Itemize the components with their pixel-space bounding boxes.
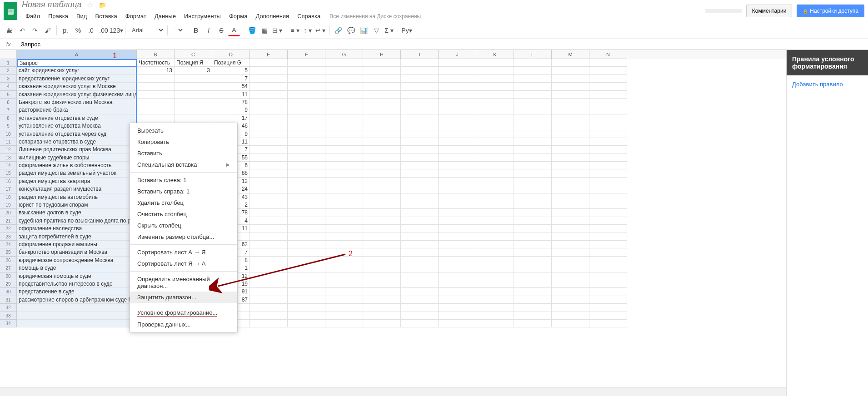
cell[interactable]: 3	[175, 67, 212, 74]
share-button[interactable]: Настройки доступа	[797, 5, 864, 17]
cell[interactable]	[552, 217, 589, 225]
cell[interactable]	[363, 178, 401, 185]
cell[interactable]	[250, 304, 288, 312]
col-header-f[interactable]: F	[288, 50, 325, 59]
cell[interactable]	[288, 146, 325, 153]
cell[interactable]	[552, 296, 589, 304]
cell[interactable]	[514, 75, 552, 83]
cell[interactable]: Лишение родительских прав Москва	[17, 146, 137, 153]
cell[interactable]	[401, 130, 439, 138]
cell[interactable]: судебная практика по взысканию долга по …	[17, 217, 137, 225]
cell[interactable]	[514, 233, 552, 241]
cell[interactable]	[325, 288, 363, 296]
cell[interactable]	[250, 193, 288, 201]
cell[interactable]	[589, 248, 627, 256]
cell[interactable]	[514, 169, 552, 177]
cell[interactable]	[250, 146, 288, 153]
cell[interactable]	[514, 178, 552, 185]
cell[interactable]: рассмотрение споров в арбитражном суде М…	[17, 296, 137, 304]
cell[interactable]	[401, 217, 439, 225]
cell[interactable]	[401, 185, 439, 193]
cell[interactable]	[250, 185, 288, 193]
cell[interactable]	[514, 193, 552, 201]
filter-icon[interactable]: ▽	[370, 25, 382, 36]
select-all-corner[interactable]	[0, 50, 17, 59]
row-header[interactable]: 4	[0, 83, 17, 90]
cell[interactable]	[363, 209, 401, 217]
cell[interactable]	[514, 185, 552, 193]
functions-icon[interactable]: Σ ▾	[383, 25, 395, 36]
cell[interactable]	[288, 154, 325, 162]
cell[interactable]	[250, 83, 288, 90]
cell[interactable]	[325, 146, 363, 153]
row-header[interactable]: 18	[0, 193, 17, 201]
cell[interactable]	[589, 146, 627, 153]
cell[interactable]	[552, 178, 589, 185]
align-h-icon[interactable]: ≡ ▾	[289, 25, 301, 36]
cell[interactable]	[137, 114, 175, 122]
cell[interactable]	[17, 320, 137, 327]
borders-icon[interactable]: ▦	[259, 25, 270, 36]
cell[interactable]	[288, 169, 325, 177]
ctx-insert-right[interactable]: Вставить справа: 1	[130, 186, 237, 197]
cell[interactable]	[439, 83, 476, 90]
cell[interactable]	[552, 248, 589, 256]
fill-color-icon[interactable]: 🪣	[246, 25, 258, 36]
cell[interactable]: сайт юридических услуг	[17, 67, 137, 74]
cell[interactable]	[552, 225, 589, 233]
cell[interactable]	[589, 99, 627, 106]
cell[interactable]	[514, 59, 552, 67]
cell[interactable]	[439, 114, 476, 122]
row-header[interactable]: 17	[0, 185, 17, 193]
cell[interactable]	[137, 75, 175, 83]
cell[interactable]	[552, 288, 589, 296]
cell[interactable]	[401, 106, 439, 114]
cell[interactable]	[476, 162, 514, 169]
italic-icon[interactable]: I	[203, 25, 215, 36]
cell[interactable]	[325, 67, 363, 74]
cell[interactable]	[363, 91, 401, 99]
cell[interactable]	[325, 178, 363, 185]
cell[interactable]	[288, 304, 325, 312]
row-header[interactable]: 22	[0, 225, 17, 233]
cell[interactable]	[589, 154, 627, 162]
undo-icon[interactable]: ↶	[16, 25, 28, 36]
cell[interactable]	[325, 257, 363, 264]
cell[interactable]	[325, 248, 363, 256]
menu-tools[interactable]: Инструменты	[180, 11, 224, 21]
col-header-c[interactable]: C	[175, 50, 212, 59]
cell[interactable]	[439, 146, 476, 153]
cell[interactable]	[552, 257, 589, 264]
cell[interactable]	[325, 201, 363, 209]
currency-format[interactable]: р.	[60, 25, 71, 36]
row-header[interactable]: 27	[0, 264, 17, 272]
cell[interactable]	[325, 99, 363, 106]
strikethrough-icon[interactable]: S	[215, 25, 227, 36]
row-header[interactable]: 9	[0, 122, 17, 130]
cell[interactable]	[552, 201, 589, 209]
cell[interactable]	[325, 162, 363, 169]
cell[interactable]	[439, 209, 476, 217]
cell[interactable]	[288, 83, 325, 90]
row-header[interactable]: 1	[0, 59, 17, 67]
cell[interactable]: установление отцовства через суд	[17, 130, 137, 138]
col-header-m[interactable]: M	[552, 50, 589, 59]
add-rule-link[interactable]: Добавить правило	[787, 75, 868, 93]
cell[interactable]	[363, 217, 401, 225]
cell[interactable]	[250, 241, 288, 248]
row-header[interactable]: 15	[0, 169, 17, 177]
formula-input[interactable]	[17, 39, 868, 50]
sheet-tabs[interactable]	[0, 387, 786, 396]
cell[interactable]	[439, 99, 476, 106]
row-header[interactable]: 26	[0, 257, 17, 264]
cell[interactable]	[589, 217, 627, 225]
cell[interactable]	[514, 264, 552, 272]
cell[interactable]	[288, 233, 325, 241]
cell[interactable]	[363, 288, 401, 296]
cell[interactable]	[476, 241, 514, 248]
cell[interactable]	[589, 138, 627, 146]
cell[interactable]	[552, 114, 589, 122]
cell[interactable]	[514, 304, 552, 312]
cell[interactable]	[401, 241, 439, 248]
cell[interactable]: раздел имущества квартира	[17, 178, 137, 185]
